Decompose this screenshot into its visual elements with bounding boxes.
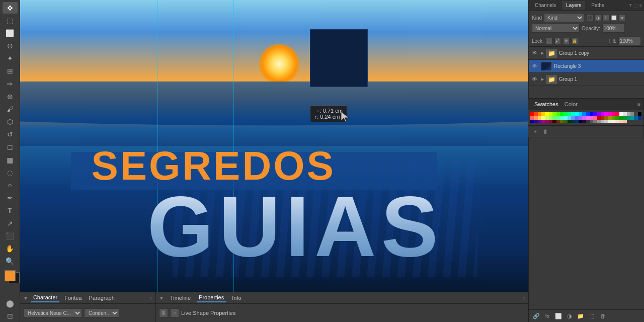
swatch[interactable] xyxy=(545,116,548,119)
foreground-color[interactable] xyxy=(5,270,16,281)
swatch[interactable] xyxy=(623,120,626,123)
swatch[interactable] xyxy=(552,116,556,119)
swatch[interactable] xyxy=(549,120,552,123)
swatch[interactable] xyxy=(575,120,578,123)
font-family-select[interactable]: Helvetica Neue C... xyxy=(23,308,82,317)
crop-tool[interactable]: ⊞ xyxy=(3,65,18,77)
swatch[interactable] xyxy=(549,112,552,116)
swatch[interactable] xyxy=(586,112,590,116)
properties-panel-collapse[interactable]: ▼ xyxy=(159,295,164,301)
swatches-delete-btn[interactable]: 🗑 xyxy=(541,128,549,135)
pen-tool[interactable]: ✒ xyxy=(3,192,18,204)
tab-channels[interactable]: Channels xyxy=(531,1,560,10)
swatch[interactable] xyxy=(593,116,597,119)
swatch[interactable] xyxy=(630,116,634,119)
swatch[interactable] xyxy=(582,112,586,116)
tab-swatches[interactable]: Swatches xyxy=(531,100,561,108)
swatch[interactable] xyxy=(560,120,564,123)
tab-paths[interactable]: Paths xyxy=(587,1,608,10)
swatch[interactable] xyxy=(560,116,564,119)
swatch[interactable] xyxy=(560,112,564,116)
swatch[interactable] xyxy=(564,120,567,123)
selection-tool[interactable]: ⬜ xyxy=(3,27,18,39)
swatch[interactable] xyxy=(534,120,537,123)
gradient-tool[interactable]: ▦ xyxy=(3,154,18,166)
swatch[interactable] xyxy=(604,112,608,116)
swatch[interactable] xyxy=(590,112,593,116)
dodge-tool[interactable]: ○ xyxy=(3,179,18,191)
swatch[interactable] xyxy=(612,112,615,116)
swatch[interactable] xyxy=(623,116,626,119)
stamp-tool[interactable]: ⬡ xyxy=(3,116,18,128)
swatch[interactable] xyxy=(597,112,601,116)
swatch[interactable] xyxy=(593,120,597,123)
swatch[interactable] xyxy=(638,112,641,116)
lock-position-btn[interactable]: ✥ xyxy=(563,38,570,44)
swatch[interactable] xyxy=(619,112,623,116)
swatch[interactable] xyxy=(593,112,597,116)
layer-icon[interactable]: ⬚ xyxy=(633,3,638,8)
swatch[interactable] xyxy=(615,112,619,116)
new-layer-btn[interactable]: ⬚ xyxy=(587,312,596,320)
path-select-tool[interactable]: ↗ xyxy=(3,217,18,229)
swatch[interactable] xyxy=(582,116,586,119)
layer-eye-group1[interactable]: 👁 xyxy=(532,76,539,83)
swatch[interactable] xyxy=(627,116,630,119)
swatch[interactable] xyxy=(538,112,541,116)
swatch[interactable] xyxy=(601,116,604,119)
swatch[interactable] xyxy=(619,120,623,123)
tab-color[interactable]: Color xyxy=(561,100,581,108)
layer-item-group1copy[interactable]: 👁 ▶ 📁 Group 1 copy xyxy=(529,47,644,60)
text-icon[interactable]: T xyxy=(629,3,632,8)
quick-mask-btn[interactable]: ⬤ xyxy=(3,298,18,309)
swatch[interactable] xyxy=(564,112,567,116)
eyedropper-tool[interactable]: ✑ xyxy=(3,78,18,90)
swatch[interactable] xyxy=(552,112,556,116)
swatch[interactable] xyxy=(541,116,545,119)
swatch[interactable] xyxy=(568,112,571,116)
tab-properties[interactable]: Properties xyxy=(197,293,226,302)
swatch[interactable] xyxy=(608,120,612,123)
live-shape-circle-icon[interactable]: ○ xyxy=(170,308,179,317)
layer-item-rect3[interactable]: 👁 Rectangle 3 xyxy=(529,60,644,73)
swatch[interactable] xyxy=(590,120,593,123)
character-panel-collapse[interactable]: ▼ xyxy=(23,295,28,301)
swatch[interactable] xyxy=(571,112,575,116)
tab-paragraph[interactable]: Paragraph xyxy=(87,294,116,302)
fx-btn[interactable]: fx xyxy=(543,312,552,320)
filter-type-icon[interactable]: T xyxy=(602,14,609,21)
swatch[interactable] xyxy=(604,116,608,119)
swatch[interactable] xyxy=(568,120,571,123)
layer-eye-rect3[interactable]: 👁 xyxy=(532,63,539,70)
swatch[interactable] xyxy=(538,116,541,119)
swatch[interactable] xyxy=(579,116,582,119)
swatch[interactable] xyxy=(545,112,548,116)
swatch[interactable] xyxy=(634,116,637,119)
swatch[interactable] xyxy=(568,116,571,119)
swatch[interactable] xyxy=(612,120,615,123)
lock-transparent-btn[interactable]: ⬚ xyxy=(546,38,552,44)
swatch[interactable] xyxy=(601,120,604,123)
swatches-panel-close[interactable]: ≡ xyxy=(637,102,640,107)
swatch[interactable] xyxy=(530,120,534,123)
artboard-tool[interactable]: ⬚ xyxy=(3,15,18,26)
lock-all-btn[interactable]: 🔒 xyxy=(572,38,578,44)
swatch[interactable] xyxy=(597,120,601,123)
add-mask-btn[interactable]: ⬜ xyxy=(554,312,563,320)
swatch[interactable] xyxy=(590,116,593,119)
swatch[interactable] xyxy=(634,112,637,116)
swatch[interactable] xyxy=(608,112,612,116)
tab-layers[interactable]: Layers xyxy=(562,1,585,10)
eraser-tool[interactable]: ◻ xyxy=(3,141,18,153)
character-panel-close[interactable]: ≡ xyxy=(149,295,152,301)
swatch[interactable] xyxy=(579,120,582,123)
delete-layer-btn[interactable]: 🗑 xyxy=(598,312,607,320)
swatch[interactable] xyxy=(586,116,590,119)
shapes-tool[interactable]: ⬛ xyxy=(3,230,18,242)
swatch[interactable] xyxy=(541,120,545,123)
swatch[interactable] xyxy=(534,116,537,119)
move-tool[interactable]: ✥ xyxy=(3,2,18,14)
swatch[interactable] xyxy=(556,112,560,116)
font-style-select[interactable]: Conden... xyxy=(84,308,119,317)
swatch[interactable] xyxy=(597,116,601,119)
